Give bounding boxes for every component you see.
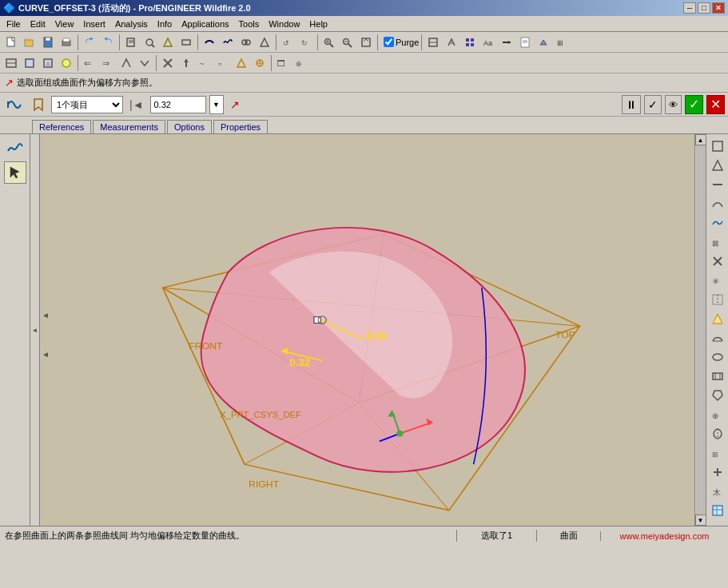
rt-btn-7[interactable]: [709, 252, 726, 270]
tb2-btn-6[interactable]: ⇒: [99, 54, 117, 72]
rt-btn-14[interactable]: [709, 387, 726, 404]
left-viewport-arrow[interactable]: ◄: [42, 311, 50, 320]
open-button[interactable]: [21, 34, 38, 51]
menu-edit[interactable]: Edit: [26, 18, 50, 30]
menu-file[interactable]: File: [2, 18, 26, 30]
tb-btn-9[interactable]: [237, 34, 255, 51]
tb2-btn-13[interactable]: [233, 54, 250, 72]
tab-properties[interactable]: Properties: [213, 120, 268, 133]
menu-tools[interactable]: Tools: [234, 18, 265, 30]
tb2-btn-7[interactable]: [117, 54, 135, 72]
undo-button[interactable]: [81, 34, 98, 51]
rt-btn-2[interactable]: [709, 157, 726, 174]
rt-btn-19[interactable]: 木: [709, 483, 726, 500]
minimize-button[interactable]: ─: [683, 2, 696, 14]
bookmark-button[interactable]: [29, 95, 48, 114]
glasses-button[interactable]: 👁: [665, 95, 682, 114]
tb-btn-7[interactable]: [201, 34, 218, 51]
rt-btn-15[interactable]: ⊕: [709, 406, 726, 423]
tb-btn-11[interactable]: ↺: [279, 34, 296, 51]
redo-button[interactable]: [99, 34, 117, 51]
tab-measurements[interactable]: Measurements: [93, 120, 165, 133]
left-viewport-arrow2[interactable]: ◄: [42, 350, 50, 359]
zoom-out-button[interactable]: [339, 34, 356, 51]
new-button[interactable]: [2, 34, 20, 51]
rt-btn-12[interactable]: [709, 348, 726, 366]
items-dropdown[interactable]: 1个项目: [51, 96, 123, 113]
sidebar-wave-btn[interactable]: [4, 137, 26, 160]
rt-btn-4[interactable]: [709, 195, 726, 213]
tb-btn-r3[interactable]: [461, 34, 479, 51]
left-edge-tab[interactable]: ◄: [30, 134, 40, 526]
rt-btn-10[interactable]: [709, 310, 726, 328]
sidebar-cursor-btn[interactable]: [4, 161, 26, 184]
sep-arrow[interactable]: |◄: [126, 95, 147, 114]
tb2-btn-10[interactable]: [177, 54, 195, 72]
tb-btn-8[interactable]: [219, 34, 237, 51]
tb-btn-r6[interactable]: [516, 34, 534, 51]
menu-applications[interactable]: Applications: [177, 18, 233, 30]
print-button[interactable]: [58, 34, 75, 51]
tb-btn-5[interactable]: [159, 34, 177, 51]
rt-btn-3[interactable]: [709, 176, 726, 193]
rt-btn-16[interactable]: [709, 425, 726, 443]
tb-btn-12[interactable]: ↻: [297, 34, 315, 51]
maximize-button[interactable]: □: [698, 2, 710, 14]
save-button[interactable]: [39, 34, 57, 51]
pause-button[interactable]: ⏸: [622, 95, 641, 114]
tb2-btn-9[interactable]: [159, 54, 177, 72]
rt-btn-1[interactable]: [709, 137, 726, 155]
close-button[interactable]: ✕: [712, 2, 725, 14]
scroll-down[interactable]: ▼: [695, 514, 706, 526]
tab-options[interactable]: Options: [167, 120, 212, 133]
menu-window[interactable]: Window: [264, 18, 304, 30]
tb-btn-4[interactable]: [141, 34, 158, 51]
rt-btn-20[interactable]: [709, 502, 726, 519]
tb2-btn-8[interactable]: [136, 54, 153, 72]
viewport-scrollbar[interactable]: ▲ ▼: [694, 134, 706, 526]
direction-arrow[interactable]: ↗: [227, 95, 243, 114]
tab-references[interactable]: References: [32, 120, 91, 133]
zoom-fit-button[interactable]: [357, 34, 375, 51]
purge-checkbox[interactable]: [384, 37, 394, 47]
zoom-in-button[interactable]: [320, 34, 338, 51]
tb-btn-3[interactable]: [122, 34, 140, 51]
scroll-up[interactable]: ▲: [695, 134, 706, 145]
menu-view[interactable]: View: [50, 18, 79, 30]
tb2-btn-2[interactable]: [21, 54, 38, 72]
rt-btn-18[interactable]: [709, 463, 726, 481]
feature-icon-1[interactable]: [3, 93, 26, 116]
check-button[interactable]: ✓: [644, 95, 662, 114]
tb2-btn-1[interactable]: [2, 54, 20, 72]
tb2-btn-12[interactable]: ≈: [214, 54, 232, 72]
offset-value-input[interactable]: [150, 96, 206, 113]
rt-btn-17[interactable]: ⊞: [709, 444, 726, 462]
tb2-btn-15[interactable]: 🗖: [274, 54, 292, 72]
tb2-btn-11[interactable]: ~: [196, 54, 213, 72]
menu-info[interactable]: Info: [153, 18, 177, 30]
titlebar-controls[interactable]: ─ □ ✕: [683, 2, 725, 14]
tb-btn-r7[interactable]: [535, 34, 552, 51]
rt-btn-9[interactable]: [709, 291, 726, 308]
tb2-btn-5[interactable]: ⇐: [81, 54, 98, 72]
menu-analysis[interactable]: Analysis: [110, 18, 153, 30]
ok-button[interactable]: ✓: [685, 95, 703, 114]
menu-insert[interactable]: Insert: [78, 18, 110, 30]
rt-btn-11[interactable]: [709, 329, 726, 347]
rt-btn-5[interactable]: [709, 214, 726, 232]
tb2-btn-16[interactable]: ⊕: [292, 54, 310, 72]
rt-btn-8[interactable]: ✳: [709, 272, 726, 289]
tb-btn-r8[interactable]: ⊞: [553, 34, 571, 51]
scroll-track[interactable]: [696, 145, 706, 514]
menu-help[interactable]: Help: [304, 18, 332, 30]
tb-btn-r4[interactable]: Aa: [479, 34, 497, 51]
tb2-btn-3[interactable]: [39, 54, 57, 72]
value-dropdown-arrow[interactable]: ▼: [209, 95, 224, 114]
rt-btn-13[interactable]: [709, 368, 726, 385]
tb-btn-r5[interactable]: [498, 34, 515, 51]
tb-btn-10[interactable]: [256, 34, 273, 51]
cancel-feature-button[interactable]: ✕: [706, 95, 725, 114]
tb-btn-6[interactable]: [177, 34, 195, 51]
rt-btn-6[interactable]: ⊠: [709, 233, 726, 251]
tb2-btn-4[interactable]: [58, 54, 75, 72]
